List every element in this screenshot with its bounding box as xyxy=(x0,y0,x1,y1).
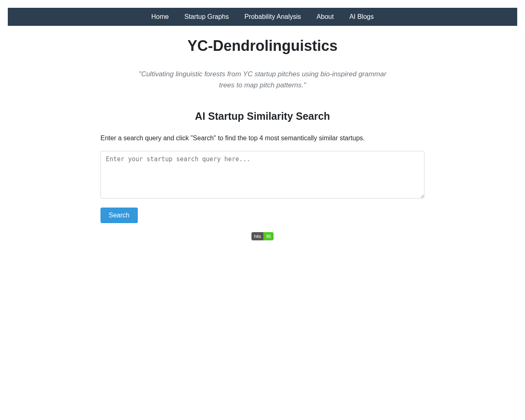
badge-label: hits xyxy=(251,232,263,240)
search-instruction: Enter a search query and click "Search" … xyxy=(100,135,425,142)
nav-probability-analysis[interactable]: Probability Analysis xyxy=(237,13,309,21)
main-content: YC-Dendrolinguistics "Cultivating lingui… xyxy=(100,37,425,240)
top-spacer xyxy=(0,0,525,8)
nav-startup-graphs[interactable]: Startup Graphs xyxy=(176,13,237,21)
search-button[interactable]: Search xyxy=(100,208,138,223)
nav-home[interactable]: Home xyxy=(144,13,177,21)
main-navbar: Home Startup Graphs Probability Analysis… xyxy=(8,8,517,26)
nav-ai-blogs[interactable]: AI Blogs xyxy=(342,13,382,21)
tagline: "Cultivating linguistic forests from YC … xyxy=(100,68,425,91)
nav-about[interactable]: About xyxy=(309,13,342,21)
page-title: YC-Dendrolinguistics xyxy=(100,37,425,55)
hits-counter: hits 95 xyxy=(100,232,425,240)
search-section-title: AI Startup Similarity Search xyxy=(100,110,425,122)
search-input[interactable] xyxy=(100,151,425,199)
badge-value: 95 xyxy=(263,232,273,240)
badge-container: hits 95 xyxy=(251,232,273,240)
